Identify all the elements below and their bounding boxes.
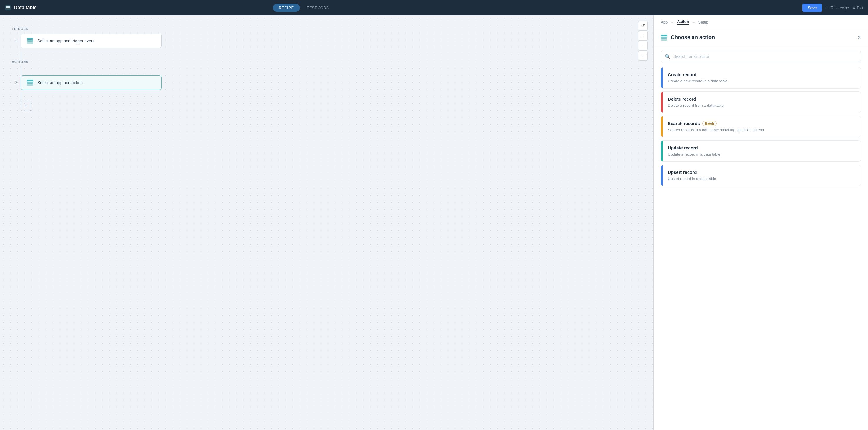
action-item-create-record[interactable]: Create record Create a new record in a d… [661,67,861,88]
action-content-upsert: Upsert record Upsert record in a data ta… [662,165,861,186]
breadcrumb-app[interactable]: App [661,20,668,24]
trigger-step-card[interactable]: Select an app and trigger event [21,33,162,48]
tab-test-jobs[interactable]: TEST JOBS [301,4,335,12]
action-desc-upsert: Upsert record in a data table [668,176,716,181]
test-recipe-button[interactable]: ⊙ Test recipe [826,6,849,10]
add-step-button[interactable]: + [21,101,31,111]
action-item-upsert-record[interactable]: Upsert record Upsert record in a data ta… [661,165,861,186]
trigger-step-label: Select an app and trigger event [37,38,95,43]
action-title-delete: Delete record [668,96,696,102]
main-layout: ↺ + − ⊹ TRIGGER 1 Select an app and trig… [0,15,868,430]
action-item-update-record[interactable]: Update record Update a record in a data … [661,140,861,162]
panel-breadcrumb: App → Action → Setup [654,15,868,29]
exit-icon: ✕ [852,6,856,10]
svg-rect-1 [6,6,10,7]
actions-section: ACTIONS 2 Select an app and action + [12,60,642,111]
action-item-search-records[interactable]: Search records Batch Search records in a… [661,116,861,137]
app-logo: Data table [5,4,36,11]
action-item-delete-record[interactable]: Delete record Delete a record from a dat… [661,91,861,113]
action-db-icon [27,80,33,86]
batch-badge: Batch [702,121,717,126]
action-content-create: Create record Create a new record in a d… [662,67,861,88]
action-title-search: Search records [668,121,700,126]
canvas: ↺ + − ⊹ TRIGGER 1 Select an app and trig… [0,15,653,430]
trigger-db-icon [27,38,33,44]
panel-close-button[interactable]: × [858,34,861,41]
breadcrumb-setup[interactable]: Setup [699,20,708,24]
action-desc-update: Update a record in a data table [668,152,720,156]
action-title-create: Create record [668,72,696,77]
header-right: Save ⊙ Test recipe ✕ Exit [802,3,863,12]
actions-top-connector [21,66,21,75]
panel-title: Choose an action [671,34,715,40]
save-button[interactable]: Save [802,3,822,12]
header-tabs: RECIPE TEST JOBS [273,4,335,12]
panel-title-row: Choose an action [661,34,715,40]
action-desc-create: Create a new record in a data table [668,79,727,83]
canvas-zoom-out-button[interactable]: − [638,41,648,51]
action-title-row-delete: Delete record [668,96,855,102]
panel-db-icon [661,35,667,40]
canvas-reset-button[interactable]: ↺ [638,21,648,31]
action-content-delete: Delete record Delete a record from a dat… [662,92,861,113]
action-to-add-connector [21,92,21,101]
trigger-label: TRIGGER [12,27,642,31]
action-content-search: Search records Batch Search records in a… [662,116,861,137]
canvas-controls: ↺ + − ⊹ [638,21,648,61]
exit-button[interactable]: ✕ Exit [852,6,863,10]
breadcrumb-action[interactable]: Action [677,20,689,25]
app-title: Data table [14,5,36,10]
action-desc-search: Search records in a data table matching … [668,127,764,132]
actions-label: ACTIONS [12,60,642,63]
action-title-upsert: Upsert record [668,170,696,175]
action-title-row-create: Create record [668,72,855,77]
action-step-card[interactable]: Select an app and action [21,75,162,90]
action-title-update: Update record [668,145,698,150]
header: Data table RECIPE TEST JOBS Save ⊙ Test … [0,0,868,15]
action-step-label: Select an app and action [37,80,83,85]
panel-header: Choose an action × [654,29,868,46]
svg-rect-2 [6,7,10,8]
step-2-number: 2 [12,81,17,85]
right-panel: App → Action → Setup Choose an action × … [653,15,868,430]
trigger-step-row: 1 Select an app and trigger event [12,33,642,48]
search-icon: 🔍 [665,54,671,59]
trigger-to-actions-connector [21,51,21,60]
test-recipe-icon: ⊙ [826,6,829,10]
actions-list: Create record Create a new record in a d… [654,67,868,196]
step-1-number: 1 [12,39,17,43]
search-bar: 🔍 [661,51,861,62]
action-title-row-search: Search records Batch [668,121,855,126]
action-desc-delete: Delete a record from a data table [668,103,724,108]
canvas-zoom-in-button[interactable]: + [638,31,648,40]
action-step-row: 2 Select an app and action [12,75,642,90]
breadcrumb-arrow-2: → [692,20,695,24]
action-title-row-update: Update record [668,145,855,150]
search-input[interactable] [661,51,861,62]
action-content-update: Update record Update a record in a data … [662,141,861,162]
canvas-fit-button[interactable]: ⊹ [638,51,648,61]
tab-recipe[interactable]: RECIPE [273,4,300,12]
breadcrumb-arrow-1: → [671,20,674,24]
trigger-section: TRIGGER 1 Select an app and trigger even… [12,27,642,48]
svg-rect-3 [6,8,10,9]
action-title-row-upsert: Upsert record [668,170,855,175]
